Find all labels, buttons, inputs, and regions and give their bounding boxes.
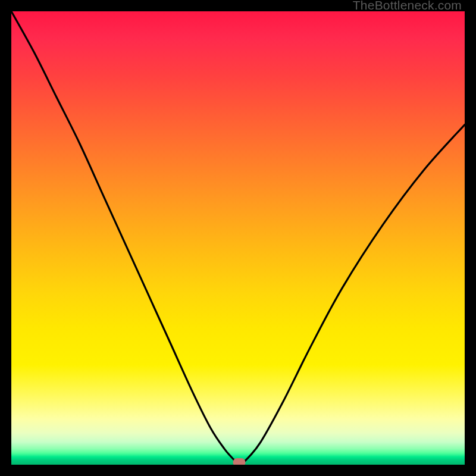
bottleneck-curve <box>11 11 465 465</box>
minimum-marker <box>233 458 246 465</box>
plot-area <box>11 11 465 465</box>
watermark-text: TheBottleneck.com <box>353 0 462 12</box>
